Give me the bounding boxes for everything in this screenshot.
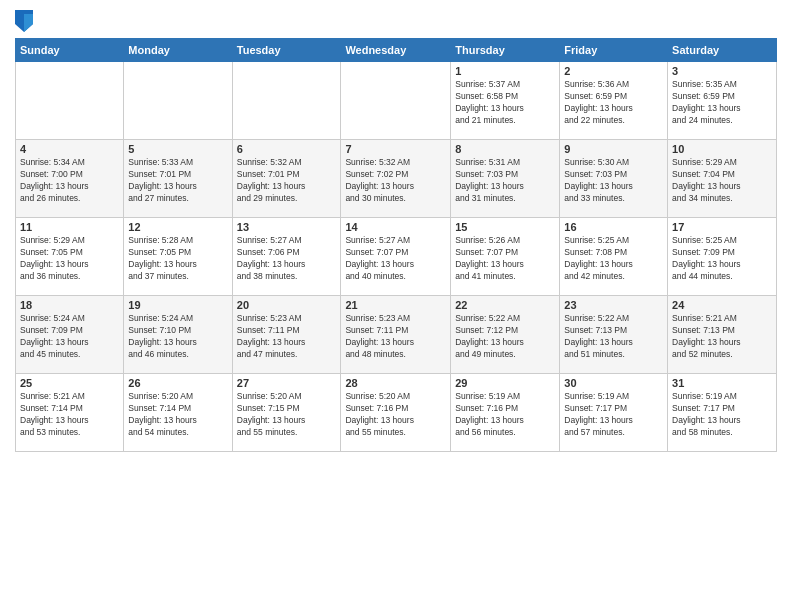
day-number: 6 (237, 143, 337, 155)
day-info: Sunrise: 5:24 AMSunset: 7:09 PMDaylight:… (20, 313, 119, 361)
day-cell: 7Sunrise: 5:32 AMSunset: 7:02 PMDaylight… (341, 140, 451, 218)
day-cell: 31Sunrise: 5:19 AMSunset: 7:17 PMDayligh… (668, 374, 777, 452)
day-number: 20 (237, 299, 337, 311)
logo-icon (15, 10, 33, 32)
day-number: 30 (564, 377, 663, 389)
day-info: Sunrise: 5:26 AMSunset: 7:07 PMDaylight:… (455, 235, 555, 283)
day-cell: 27Sunrise: 5:20 AMSunset: 7:15 PMDayligh… (232, 374, 341, 452)
day-info: Sunrise: 5:28 AMSunset: 7:05 PMDaylight:… (128, 235, 227, 283)
day-info: Sunrise: 5:29 AMSunset: 7:05 PMDaylight:… (20, 235, 119, 283)
day-info: Sunrise: 5:22 AMSunset: 7:12 PMDaylight:… (455, 313, 555, 361)
day-cell: 4Sunrise: 5:34 AMSunset: 7:00 PMDaylight… (16, 140, 124, 218)
day-number: 16 (564, 221, 663, 233)
week-row-0: 1Sunrise: 5:37 AMSunset: 6:58 PMDaylight… (16, 62, 777, 140)
day-number: 2 (564, 65, 663, 77)
svg-marker-1 (24, 14, 33, 32)
day-info: Sunrise: 5:23 AMSunset: 7:11 PMDaylight:… (345, 313, 446, 361)
day-info: Sunrise: 5:27 AMSunset: 7:06 PMDaylight:… (237, 235, 337, 283)
day-cell: 13Sunrise: 5:27 AMSunset: 7:06 PMDayligh… (232, 218, 341, 296)
page: SundayMondayTuesdayWednesdayThursdayFrid… (0, 0, 792, 612)
day-info: Sunrise: 5:34 AMSunset: 7:00 PMDaylight:… (20, 157, 119, 205)
day-info: Sunrise: 5:35 AMSunset: 6:59 PMDaylight:… (672, 79, 772, 127)
day-info: Sunrise: 5:36 AMSunset: 6:59 PMDaylight:… (564, 79, 663, 127)
day-info: Sunrise: 5:20 AMSunset: 7:16 PMDaylight:… (345, 391, 446, 439)
day-number: 15 (455, 221, 555, 233)
day-info: Sunrise: 5:19 AMSunset: 7:16 PMDaylight:… (455, 391, 555, 439)
day-number: 14 (345, 221, 446, 233)
day-number: 18 (20, 299, 119, 311)
day-number: 31 (672, 377, 772, 389)
day-cell: 14Sunrise: 5:27 AMSunset: 7:07 PMDayligh… (341, 218, 451, 296)
day-cell: 24Sunrise: 5:21 AMSunset: 7:13 PMDayligh… (668, 296, 777, 374)
day-cell: 26Sunrise: 5:20 AMSunset: 7:14 PMDayligh… (124, 374, 232, 452)
day-number: 4 (20, 143, 119, 155)
day-number: 10 (672, 143, 772, 155)
day-cell: 28Sunrise: 5:20 AMSunset: 7:16 PMDayligh… (341, 374, 451, 452)
day-info: Sunrise: 5:27 AMSunset: 7:07 PMDaylight:… (345, 235, 446, 283)
header-cell-tuesday: Tuesday (232, 39, 341, 62)
day-cell: 21Sunrise: 5:23 AMSunset: 7:11 PMDayligh… (341, 296, 451, 374)
day-cell: 2Sunrise: 5:36 AMSunset: 6:59 PMDaylight… (560, 62, 668, 140)
day-number: 29 (455, 377, 555, 389)
day-info: Sunrise: 5:24 AMSunset: 7:10 PMDaylight:… (128, 313, 227, 361)
day-number: 27 (237, 377, 337, 389)
day-info: Sunrise: 5:29 AMSunset: 7:04 PMDaylight:… (672, 157, 772, 205)
day-info: Sunrise: 5:21 AMSunset: 7:14 PMDaylight:… (20, 391, 119, 439)
day-info: Sunrise: 5:31 AMSunset: 7:03 PMDaylight:… (455, 157, 555, 205)
header-cell-sunday: Sunday (16, 39, 124, 62)
calendar-header: SundayMondayTuesdayWednesdayThursdayFrid… (16, 39, 777, 62)
day-number: 11 (20, 221, 119, 233)
day-info: Sunrise: 5:23 AMSunset: 7:11 PMDaylight:… (237, 313, 337, 361)
day-cell (16, 62, 124, 140)
day-cell: 1Sunrise: 5:37 AMSunset: 6:58 PMDaylight… (451, 62, 560, 140)
day-cell: 16Sunrise: 5:25 AMSunset: 7:08 PMDayligh… (560, 218, 668, 296)
header-cell-thursday: Thursday (451, 39, 560, 62)
day-cell: 22Sunrise: 5:22 AMSunset: 7:12 PMDayligh… (451, 296, 560, 374)
day-info: Sunrise: 5:19 AMSunset: 7:17 PMDaylight:… (672, 391, 772, 439)
day-cell: 11Sunrise: 5:29 AMSunset: 7:05 PMDayligh… (16, 218, 124, 296)
day-info: Sunrise: 5:20 AMSunset: 7:14 PMDaylight:… (128, 391, 227, 439)
day-cell: 23Sunrise: 5:22 AMSunset: 7:13 PMDayligh… (560, 296, 668, 374)
day-cell: 5Sunrise: 5:33 AMSunset: 7:01 PMDaylight… (124, 140, 232, 218)
day-cell: 17Sunrise: 5:25 AMSunset: 7:09 PMDayligh… (668, 218, 777, 296)
day-number: 5 (128, 143, 227, 155)
day-cell: 20Sunrise: 5:23 AMSunset: 7:11 PMDayligh… (232, 296, 341, 374)
day-number: 7 (345, 143, 446, 155)
week-row-3: 18Sunrise: 5:24 AMSunset: 7:09 PMDayligh… (16, 296, 777, 374)
header-row: SundayMondayTuesdayWednesdayThursdayFrid… (16, 39, 777, 62)
day-cell: 12Sunrise: 5:28 AMSunset: 7:05 PMDayligh… (124, 218, 232, 296)
day-number: 19 (128, 299, 227, 311)
day-cell: 30Sunrise: 5:19 AMSunset: 7:17 PMDayligh… (560, 374, 668, 452)
day-info: Sunrise: 5:32 AMSunset: 7:01 PMDaylight:… (237, 157, 337, 205)
day-cell: 29Sunrise: 5:19 AMSunset: 7:16 PMDayligh… (451, 374, 560, 452)
day-cell: 8Sunrise: 5:31 AMSunset: 7:03 PMDaylight… (451, 140, 560, 218)
header (15, 10, 777, 32)
week-row-2: 11Sunrise: 5:29 AMSunset: 7:05 PMDayligh… (16, 218, 777, 296)
header-cell-wednesday: Wednesday (341, 39, 451, 62)
day-number: 3 (672, 65, 772, 77)
day-info: Sunrise: 5:19 AMSunset: 7:17 PMDaylight:… (564, 391, 663, 439)
day-number: 25 (20, 377, 119, 389)
day-info: Sunrise: 5:33 AMSunset: 7:01 PMDaylight:… (128, 157, 227, 205)
week-row-1: 4Sunrise: 5:34 AMSunset: 7:00 PMDaylight… (16, 140, 777, 218)
day-cell: 9Sunrise: 5:30 AMSunset: 7:03 PMDaylight… (560, 140, 668, 218)
day-info: Sunrise: 5:20 AMSunset: 7:15 PMDaylight:… (237, 391, 337, 439)
day-info: Sunrise: 5:25 AMSunset: 7:08 PMDaylight:… (564, 235, 663, 283)
calendar-table: SundayMondayTuesdayWednesdayThursdayFrid… (15, 38, 777, 452)
header-cell-friday: Friday (560, 39, 668, 62)
day-number: 17 (672, 221, 772, 233)
day-info: Sunrise: 5:30 AMSunset: 7:03 PMDaylight:… (564, 157, 663, 205)
day-cell: 6Sunrise: 5:32 AMSunset: 7:01 PMDaylight… (232, 140, 341, 218)
day-number: 1 (455, 65, 555, 77)
day-number: 21 (345, 299, 446, 311)
day-cell (232, 62, 341, 140)
logo (15, 10, 37, 32)
day-cell: 18Sunrise: 5:24 AMSunset: 7:09 PMDayligh… (16, 296, 124, 374)
day-number: 23 (564, 299, 663, 311)
day-cell: 10Sunrise: 5:29 AMSunset: 7:04 PMDayligh… (668, 140, 777, 218)
day-number: 9 (564, 143, 663, 155)
day-number: 28 (345, 377, 446, 389)
day-info: Sunrise: 5:25 AMSunset: 7:09 PMDaylight:… (672, 235, 772, 283)
day-number: 12 (128, 221, 227, 233)
day-cell: 19Sunrise: 5:24 AMSunset: 7:10 PMDayligh… (124, 296, 232, 374)
